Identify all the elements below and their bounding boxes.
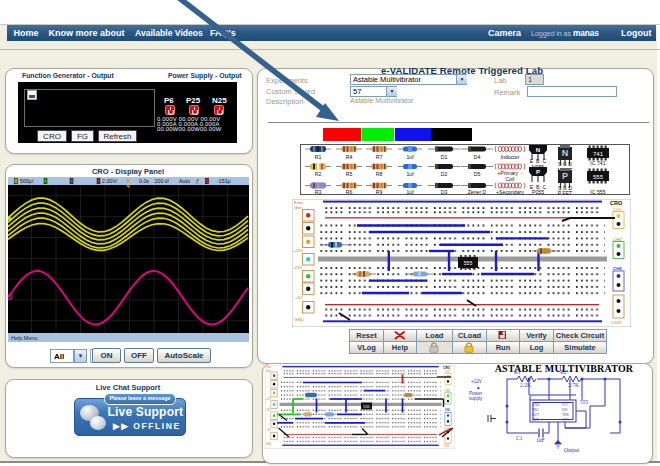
svg-text:1uF: 1uF — [536, 437, 545, 443]
svg-text:R3: R3 — [315, 189, 322, 195]
svg-text:IC 741: IC 741 — [590, 160, 605, 166]
svg-text:N: N — [562, 148, 569, 158]
svg-text:+Secondary: +Secondary — [496, 189, 524, 195]
svg-text:1uf: 1uf — [406, 189, 414, 195]
svg-text:R1: R1 — [514, 369, 521, 375]
svg-text:Coil: Coil — [506, 176, 515, 182]
svg-text:GND: GND — [294, 317, 304, 322]
svg-text:D5: D5 — [474, 171, 481, 177]
svg-text:2.7K: 2.7K — [568, 382, 579, 388]
svg-text:-25V: -25V — [293, 265, 302, 270]
svg-text:R4: R4 — [346, 154, 353, 160]
svg-text:TRG: TRG — [532, 408, 539, 412]
svg-text:N: N — [536, 147, 540, 153]
svg-text:-151μ: -151μ — [217, 178, 231, 184]
svg-text:P055: P055 — [532, 189, 544, 195]
svg-text:D4: D4 — [474, 154, 481, 160]
svg-text:IC 555: IC 555 — [590, 189, 605, 195]
svg-text:741: 741 — [593, 151, 604, 157]
svg-text:ƒ: ƒ — [196, 178, 199, 184]
svg-text:Help Menu: Help Menu — [11, 335, 38, 341]
svg-text:VCC: VCC — [562, 403, 570, 407]
svg-text:OUT: OUT — [532, 413, 540, 417]
svg-text:CRO: CRO — [610, 200, 623, 206]
svg-text:+25V: +25V — [293, 248, 303, 253]
svg-text:▶: ▶ — [8, 215, 13, 221]
svg-text:P: P — [536, 169, 540, 175]
svg-text:DMM: DMM — [611, 320, 622, 325]
svg-text:+12V: +12V — [471, 379, 483, 384]
svg-text:C1: C1 — [516, 435, 523, 441]
svg-text:Gen: Gen — [294, 205, 303, 210]
svg-text:R7: R7 — [376, 154, 383, 160]
svg-text:0.0s: 0.0s — [139, 178, 149, 184]
svg-text:RST: RST — [532, 418, 539, 422]
svg-text:R6: R6 — [346, 189, 353, 195]
svg-text:2.2K: 2.2K — [520, 382, 531, 388]
svg-text:555: 555 — [363, 405, 369, 409]
svg-text:▲: ▲ — [476, 385, 481, 390]
svg-text:R8: R8 — [376, 171, 383, 177]
svg-text:1uf: 1uf — [406, 154, 414, 160]
svg-text:CH2: CH2 — [613, 237, 622, 242]
svg-text:P FET: P FET — [558, 190, 573, 196]
svg-text:D3: D3 — [441, 189, 448, 195]
svg-text:CVV: CVV — [562, 418, 570, 422]
svg-text:+6V: +6V — [295, 295, 303, 300]
svg-text:R2: R2 — [315, 171, 322, 177]
svg-text:CH0: CH0 — [613, 266, 622, 271]
svg-text:200 ∂/: 200 ∂/ — [155, 178, 170, 184]
svg-text:GND: GND — [532, 403, 540, 407]
svg-text:R1: R1 — [315, 154, 322, 160]
svg-text:DIS: DIS — [562, 408, 568, 412]
svg-text:supply: supply — [469, 396, 483, 401]
svg-text:R9: R9 — [376, 189, 383, 195]
svg-text:Auto: Auto — [179, 178, 190, 184]
svg-text:555: 555 — [593, 174, 604, 180]
svg-text:THR: THR — [562, 413, 570, 417]
svg-text:555: 555 — [464, 260, 473, 266]
svg-text:D1: D1 — [441, 154, 448, 160]
svg-text:Inductor: Inductor — [501, 154, 520, 160]
svg-text:CH1: CH1 — [613, 207, 622, 212]
svg-text:Zener D: Zener D — [468, 189, 487, 195]
svg-text:500μ/: 500μ/ — [20, 178, 34, 184]
svg-text:R5: R5 — [346, 171, 353, 177]
svg-text:R2: R2 — [560, 369, 567, 375]
svg-text:2.00V/: 2.00V/ — [102, 178, 118, 184]
svg-text:D2: D2 — [441, 171, 448, 177]
svg-text:Output: Output — [564, 447, 580, 453]
svg-text:P: P — [562, 171, 568, 181]
svg-text:1uf: 1uf — [406, 171, 414, 177]
svg-text:555: 555 — [580, 399, 589, 405]
